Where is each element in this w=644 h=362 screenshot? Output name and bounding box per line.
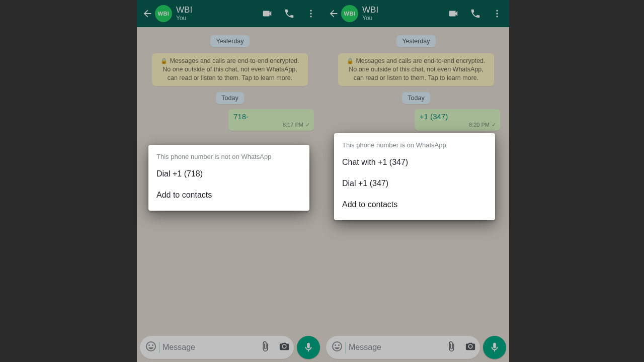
- lock-icon: 🔒: [160, 58, 168, 64]
- emoji-icon[interactable]: [331, 340, 343, 354]
- encryption-banner[interactable]: 🔒Messages and calls are end-to-end encry…: [338, 53, 494, 86]
- date-chip-yesterday: Yesterday: [396, 35, 435, 47]
- svg-point-3: [496, 10, 498, 12]
- attach-icon[interactable]: [260, 341, 271, 354]
- voice-call-icon[interactable]: [284, 8, 295, 19]
- svg-point-4: [496, 13, 498, 14]
- encryption-text: Messages and calls are end-to-end encryp…: [349, 57, 485, 81]
- dialog-item-chat[interactable]: Chat with +1 (347): [334, 152, 495, 173]
- svg-point-5: [496, 16, 498, 17]
- contact-name: WBI: [176, 5, 262, 15]
- message-time: 8:17 PM: [283, 122, 303, 128]
- dialog-title: This phone number is not on WhatsApp: [148, 152, 309, 163]
- date-chip-today: Today: [216, 92, 244, 104]
- message-bubble[interactable]: 718- 8:17 PM✓: [228, 109, 314, 131]
- input-bar: Message: [326, 336, 506, 359]
- video-call-icon[interactable]: [448, 8, 459, 19]
- svg-point-2: [310, 16, 311, 17]
- camera-icon[interactable]: [465, 341, 476, 354]
- sent-tick-icon: ✓: [305, 122, 310, 128]
- video-call-icon[interactable]: [262, 8, 273, 19]
- back-button[interactable]: [326, 4, 341, 24]
- camera-icon[interactable]: [279, 341, 290, 354]
- svg-point-1: [310, 13, 311, 14]
- more-options-icon[interactable]: [492, 9, 502, 19]
- message-input[interactable]: Message: [140, 336, 294, 359]
- dialog-item-dial[interactable]: Dial +1 (347): [334, 173, 495, 194]
- back-button[interactable]: [140, 4, 155, 24]
- contact-name: WBI: [362, 5, 448, 15]
- message-text: +1 (347): [420, 112, 496, 121]
- encryption-text: Messages and calls are end-to-end encryp…: [163, 57, 299, 81]
- sent-tick-icon: ✓: [492, 122, 496, 128]
- contact-sub: You: [362, 15, 448, 22]
- chat-header: WBI WBI You: [323, 0, 509, 27]
- avatar[interactable]: WBI: [155, 5, 172, 22]
- phone-action-dialog-not-on-whatsapp: This phone number is not on WhatsApp Dia…: [148, 145, 309, 211]
- dialog-item-add-contact[interactable]: Add to contacts: [148, 185, 309, 206]
- chat-title-block[interactable]: WBI You: [176, 5, 262, 22]
- message-input[interactable]: Message: [326, 336, 480, 359]
- dialog-item-dial[interactable]: Dial +1 (718): [148, 163, 309, 185]
- encryption-banner[interactable]: 🔒Messages and calls are end-to-end encry…: [152, 53, 308, 86]
- date-chip-yesterday: Yesterday: [210, 35, 249, 47]
- lock-icon: 🔒: [347, 58, 354, 64]
- message-text: 718-: [233, 112, 310, 121]
- message-bubble[interactable]: +1 (347) 8:20 PM✓: [415, 109, 500, 131]
- message-placeholder: Message: [345, 342, 446, 353]
- message-time: 8:20 PM: [469, 122, 490, 128]
- voice-call-icon[interactable]: [470, 8, 481, 19]
- emoji-icon[interactable]: [145, 340, 157, 354]
- input-bar: Message: [140, 336, 320, 359]
- attach-icon[interactable]: [446, 341, 457, 354]
- message-placeholder: Message: [159, 342, 260, 353]
- dialog-title: This phone number is on WhatsApp: [334, 140, 495, 152]
- voice-record-button[interactable]: [483, 336, 506, 359]
- chat-title-block[interactable]: WBI You: [362, 5, 448, 22]
- chat-header: WBI WBI You: [137, 0, 323, 27]
- more-options-icon[interactable]: [306, 9, 316, 19]
- avatar[interactable]: WBI: [341, 5, 358, 22]
- svg-point-0: [310, 10, 311, 12]
- date-chip-today: Today: [402, 92, 430, 104]
- phone-action-dialog-on-whatsapp: This phone number is on WhatsApp Chat wi…: [334, 133, 495, 220]
- contact-sub: You: [176, 15, 262, 22]
- voice-record-button[interactable]: [297, 336, 320, 359]
- dialog-item-add-contact[interactable]: Add to contacts: [334, 194, 495, 215]
